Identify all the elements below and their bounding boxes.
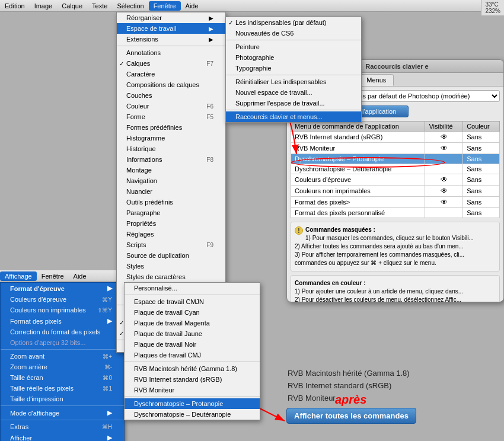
affichage-item-options-apercu[interactable]: Options d'aperçu 32 bits... — [1, 337, 124, 348]
menu-item-montage[interactable]: Montage — [117, 165, 225, 175]
menu-item-historique[interactable]: Historique — [117, 143, 225, 154]
menu-aide-bottom[interactable]: Aide — [69, 271, 91, 281]
cell-visibility[interactable] — [425, 164, 463, 174]
shortcut: ⇧⌘Y — [97, 307, 112, 314]
menu-item-outils-predef[interactable]: Outils prédéfinis — [117, 197, 225, 207]
menu-item-photographie[interactable]: Photographie — [226, 52, 361, 63]
menu-item-typographie[interactable]: Typographie — [226, 63, 361, 74]
menu-texte[interactable]: Texte — [87, 1, 112, 11]
affichage-item-mode[interactable]: Mode d'affichage ▶ — [1, 407, 124, 418]
cell-visibility[interactable] — [425, 154, 463, 164]
affichage-item-extras[interactable]: Extras ⌘H — [1, 421, 124, 432]
menu-item-reorganiser[interactable]: Réorganiser ▶ — [117, 12, 225, 23]
cell-visibility[interactable]: 👁 — [425, 197, 463, 208]
menu-edition[interactable]: Edition — [0, 1, 30, 11]
menu-item-styles-car[interactable]: Styles de caractères — [117, 271, 225, 282]
menu-item-histogramme[interactable]: Histogramme — [117, 133, 225, 143]
separator — [117, 46, 225, 46]
menu-item-navigation[interactable]: Navigation — [117, 175, 225, 186]
menu-aide[interactable]: Aide — [181, 1, 203, 11]
affichage-item-format-pixels[interactable]: Format des pixels ▶ — [1, 315, 124, 327]
menu-item-extensions[interactable]: Extensions ▶ — [117, 34, 225, 44]
affichage-item-afficher[interactable]: Afficher ▶ — [1, 432, 124, 441]
format-item-cmj[interactable]: Plaques de travail CMJ — [125, 350, 260, 360]
menu-item-proprietes[interactable]: Propriétés — [117, 218, 225, 229]
cell-couleur: Sans — [463, 197, 500, 208]
affichage-item-couleurs-non-imp[interactable]: Couleurs non imprimables ⇧⌘Y — [1, 305, 124, 315]
menu-calque[interactable]: Calque — [57, 1, 87, 11]
menu-item-calques[interactable]: Calques F7 — [117, 58, 225, 69]
affichage-item-taille-reelle[interactable]: Taille réelle des pixels ⌘1 — [1, 383, 124, 394]
afficher-toutes-button[interactable]: Afficher toutes les commandes — [286, 408, 416, 424]
table-row: RVB Internet standard (sRGB) 👁 Sans — [291, 132, 500, 143]
format-item-cyan[interactable]: Plaque de travail Cyan — [125, 307, 260, 318]
menu-item-peinture[interactable]: Peinture — [226, 41, 361, 52]
top-menubar: Edition Image Calque Texte Sélection Fen… — [0, 0, 504, 12]
table-row: RVB Moniteur 👁 Sans — [291, 143, 500, 154]
cell-visibility[interactable] — [425, 208, 463, 218]
shortcut: ⌘1 — [103, 385, 112, 392]
menu-item-reinit[interactable]: Réinitialiser Les indispensables — [226, 76, 361, 87]
table-row: Couleurs non imprimables 👁 Sans — [291, 186, 500, 197]
affichage-item-zoom-avant[interactable]: Zoom avant ⌘+ — [1, 351, 124, 362]
separator — [226, 110, 361, 110]
affichage-item-correction[interactable]: Correction du format des pixels — [1, 327, 124, 337]
shortcut: ⌘+ — [103, 353, 112, 360]
menu-item-couleur[interactable]: Couleur F6 — [117, 101, 225, 111]
menu-item-nouveautes-cs6[interactable]: Nouveautés de CS6 — [226, 28, 361, 39]
format-item-magenta[interactable]: Plaque de travail Magenta — [125, 318, 260, 328]
menu-item-nouvel-espace[interactable]: Nouvel espace de travail... — [226, 87, 361, 98]
info-color-title: Commandes en couleur : — [295, 280, 365, 286]
cell-label: Couleurs non imprimables — [291, 186, 425, 197]
menu-item-nuancier[interactable]: Nuancier — [117, 186, 225, 197]
menu-fenetre[interactable]: Fenêtre — [149, 1, 181, 11]
format-item-personnalise[interactable]: Personnalisé... — [125, 283, 260, 293]
menu-table: Menu de commande de l'application Visibi… — [291, 121, 500, 218]
shortcut: F6 — [206, 103, 213, 110]
menu-item-raccourcis-clavier[interactable]: Raccourcis clavier et menus... — [226, 111, 361, 122]
table-row: Dyschromatopsie – Deutéranopie Sans — [291, 164, 500, 174]
format-item-jaune[interactable]: Plaque de travail Jaune — [125, 328, 260, 339]
menu-item-scripts[interactable]: Scripts F9 — [117, 239, 225, 250]
arrow-icon: ▶ — [107, 317, 112, 325]
menu-item-annotations[interactable]: Annotations — [117, 47, 225, 58]
format-item-rvb-moniteur[interactable]: RVB Moniteur — [125, 385, 260, 395]
menu-image[interactable]: Image — [30, 1, 58, 11]
format-item-protanopie[interactable]: Dyschromatopsie – Protanopie — [125, 398, 260, 409]
format-item-rvb-internet[interactable]: RVB Internet standard (sRGB) — [125, 374, 260, 385]
shortcut: F9 — [206, 242, 213, 248]
menu-item-les-indispensables[interactable]: Les indispensables (par défaut) — [226, 17, 361, 28]
menu-item-reglages[interactable]: Réglages — [117, 229, 225, 239]
format-item-deuteranopie[interactable]: Dyschromatopsie – Deutéranopie — [125, 409, 260, 420]
menu-item-source-dup[interactable]: Source de duplication — [117, 250, 225, 261]
tab-menus[interactable]: Menus — [359, 74, 394, 86]
affichage-item-couleurs-epreuve[interactable]: Couleurs d'épreuve ⌘Y — [1, 294, 124, 305]
menu-item-caractere[interactable]: Caractère — [117, 69, 225, 79]
menu-fenetre-bottom[interactable]: Fenêtre — [37, 271, 69, 281]
affichage-item-taille-ecran[interactable]: Taille écran ⌘0 — [1, 372, 124, 383]
menu-item-forme[interactable]: Forme F5 — [117, 111, 225, 122]
cell-visibility[interactable]: 👁 — [425, 186, 463, 197]
cell-visibility[interactable]: 👁 — [425, 143, 463, 154]
affichage-item-zoom-arriere[interactable]: Zoom arrière ⌘- — [1, 362, 124, 372]
cell-visibility[interactable]: 👁 — [425, 132, 463, 143]
menu-item-styles[interactable]: Styles — [117, 261, 225, 271]
menu-item-paragraphe[interactable]: Paragraphe — [117, 207, 225, 218]
menu-item-couches[interactable]: Couches — [117, 90, 225, 101]
menu-item-informations[interactable]: Informations F8 — [117, 154, 225, 165]
cell-couleur: Sans — [463, 143, 500, 154]
format-item-noir[interactable]: Plaque de travail Noir — [125, 339, 260, 350]
affichage-item-format-epreuve[interactable]: Format d'épreuve ▶ — [1, 283, 124, 294]
espace-travail-submenu: Les indispensables (par défaut) Nouveaut… — [225, 17, 362, 123]
menu-item-espace-travail[interactable]: Espace de travail ▶ — [117, 23, 225, 34]
menu-affichage[interactable]: Affichage — [0, 271, 37, 281]
affichage-item-taille-impression[interactable]: Taille d'impression — [1, 394, 124, 404]
format-item-cmjn[interactable]: Espace de travail CMJN — [125, 296, 260, 307]
menu-item-compositions[interactable]: Compositions de calques — [117, 79, 225, 90]
annotation-apres: après — [335, 393, 366, 407]
cell-visibility[interactable]: 👁 — [425, 174, 463, 186]
format-item-rvb-mac[interactable]: RVB Macintosh hérité (Gamma 1.8) — [125, 363, 260, 374]
menu-item-suppr-espace[interactable]: Supprimer l'espace de travail... — [226, 98, 361, 108]
menu-selection[interactable]: Sélection — [112, 1, 148, 11]
menu-item-formes-predef[interactable]: Formes prédéfinies — [117, 122, 225, 133]
